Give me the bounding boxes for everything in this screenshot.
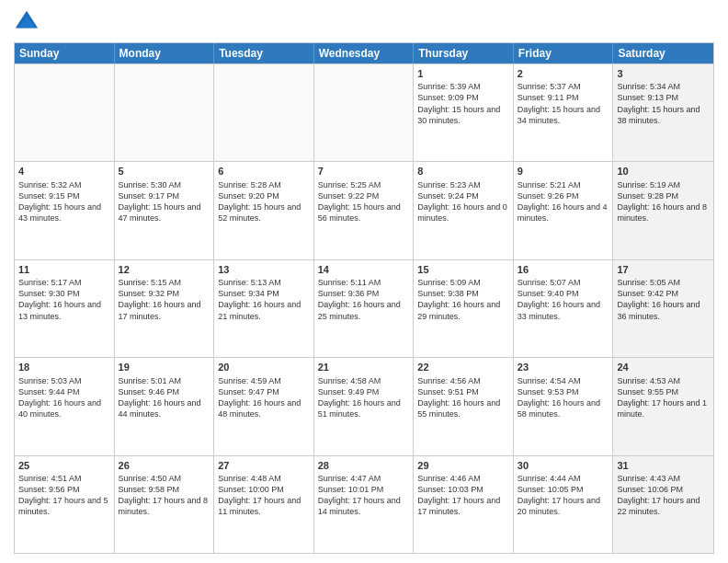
day-number: 2: [518, 67, 609, 80]
calendar-cell-day-19: 19Sunrise: 5:01 AM Sunset: 9:46 PM Dayli…: [115, 358, 215, 454]
day-number: 17: [617, 263, 710, 276]
day-number: 26: [119, 459, 210, 472]
cell-info-text: Sunrise: 5:05 AM Sunset: 9:42 PM Dayligh…: [617, 277, 710, 322]
cell-info-text: Sunrise: 5:09 AM Sunset: 9:38 PM Dayligh…: [417, 277, 509, 322]
calendar-cell-day-10: 10Sunrise: 5:19 AM Sunset: 9:28 PM Dayli…: [613, 162, 713, 259]
calendar-cell-day-9: 9Sunrise: 5:21 AM Sunset: 9:26 PM Daylig…: [514, 162, 614, 259]
day-number: 4: [18, 165, 110, 178]
day-header-sunday: Sunday: [15, 43, 115, 63]
day-number: 9: [518, 165, 609, 178]
day-number: 29: [417, 459, 509, 472]
cell-info-text: Sunrise: 5:03 AM Sunset: 9:44 PM Dayligh…: [18, 375, 110, 420]
cell-info-text: Sunrise: 4:54 AM Sunset: 9:53 PM Dayligh…: [518, 375, 609, 420]
day-number: 25: [18, 459, 110, 472]
calendar-cell-day-20: 20Sunrise: 4:59 AM Sunset: 9:47 PM Dayli…: [214, 358, 314, 454]
calendar-cell-day-11: 11Sunrise: 5:17 AM Sunset: 9:30 PM Dayli…: [15, 260, 115, 357]
cell-info-text: Sunrise: 4:58 AM Sunset: 9:49 PM Dayligh…: [318, 375, 410, 420]
cell-info-text: Sunrise: 4:47 AM Sunset: 10:01 PM Daylig…: [318, 473, 410, 518]
cell-info-text: Sunrise: 5:17 AM Sunset: 9:30 PM Dayligh…: [18, 277, 110, 322]
day-number: 12: [119, 263, 210, 276]
day-number: 30: [518, 459, 609, 472]
cell-info-text: Sunrise: 4:59 AM Sunset: 9:47 PM Dayligh…: [218, 375, 310, 420]
day-number: 28: [318, 459, 410, 472]
cell-info-text: Sunrise: 5:21 AM Sunset: 9:26 PM Dayligh…: [518, 179, 609, 224]
cell-info-text: Sunrise: 5:13 AM Sunset: 9:34 PM Dayligh…: [218, 277, 310, 322]
calendar-cell-day-21: 21Sunrise: 4:58 AM Sunset: 9:49 PM Dayli…: [314, 358, 415, 454]
cell-info-text: Sunrise: 4:43 AM Sunset: 10:06 PM Daylig…: [617, 473, 710, 518]
calendar-row-5: 25Sunrise: 4:51 AM Sunset: 9:56 PM Dayli…: [15, 455, 713, 553]
day-number: 13: [218, 263, 310, 276]
calendar-cell-day-18: 18Sunrise: 5:03 AM Sunset: 9:44 PM Dayli…: [15, 358, 115, 454]
day-number: 3: [617, 67, 710, 80]
cell-info-text: Sunrise: 5:11 AM Sunset: 9:36 PM Dayligh…: [318, 277, 410, 322]
day-header-saturday: Saturday: [613, 43, 713, 63]
calendar-cell-day-28: 28Sunrise: 4:47 AM Sunset: 10:01 PM Dayl…: [314, 456, 415, 553]
cell-info-text: Sunrise: 5:07 AM Sunset: 9:40 PM Dayligh…: [518, 277, 609, 322]
cell-info-text: Sunrise: 5:34 AM Sunset: 9:13 PM Dayligh…: [617, 81, 710, 126]
day-number: 27: [218, 459, 310, 472]
day-header-friday: Friday: [514, 43, 614, 63]
cell-info-text: Sunrise: 4:48 AM Sunset: 10:00 PM Daylig…: [218, 473, 310, 518]
calendar-row-2: 4Sunrise: 5:32 AM Sunset: 9:15 PM Daylig…: [15, 161, 713, 259]
calendar-cell-day-1: 1Sunrise: 5:39 AM Sunset: 9:09 PM Daylig…: [414, 64, 514, 161]
calendar-cell-day-27: 27Sunrise: 4:48 AM Sunset: 10:00 PM Dayl…: [214, 456, 314, 553]
calendar-cell-day-8: 8Sunrise: 5:23 AM Sunset: 9:24 PM Daylig…: [414, 162, 514, 259]
day-number: 5: [119, 165, 210, 178]
calendar-cell-day-3: 3Sunrise: 5:34 AM Sunset: 9:13 PM Daylig…: [613, 64, 713, 161]
day-number: 7: [318, 165, 410, 178]
calendar-cell-day-30: 30Sunrise: 4:44 AM Sunset: 10:05 PM Dayl…: [514, 456, 614, 553]
calendar-cell-day-25: 25Sunrise: 4:51 AM Sunset: 9:56 PM Dayli…: [15, 456, 115, 553]
calendar-cell-day-6: 6Sunrise: 5:28 AM Sunset: 9:20 PM Daylig…: [214, 162, 314, 259]
calendar-header: SundayMondayTuesdayWednesdayThursdayFrid…: [15, 43, 713, 63]
day-number: 31: [617, 459, 710, 472]
day-number: 15: [417, 263, 509, 276]
day-number: 21: [318, 361, 410, 373]
calendar-row-1: 1Sunrise: 5:39 AM Sunset: 9:09 PM Daylig…: [15, 63, 713, 161]
day-header-tuesday: Tuesday: [214, 43, 314, 63]
logo-icon: [14, 9, 40, 35]
calendar-cell-empty: [15, 64, 115, 161]
cell-info-text: Sunrise: 5:19 AM Sunset: 9:28 PM Dayligh…: [617, 179, 710, 224]
calendar-cell-day-24: 24Sunrise: 4:53 AM Sunset: 9:55 PM Dayli…: [613, 358, 713, 454]
calendar-cell-day-4: 4Sunrise: 5:32 AM Sunset: 9:15 PM Daylig…: [15, 162, 115, 259]
calendar-cell-day-26: 26Sunrise: 4:50 AM Sunset: 9:58 PM Dayli…: [115, 456, 215, 553]
calendar-cell-day-12: 12Sunrise: 5:15 AM Sunset: 9:32 PM Dayli…: [115, 260, 215, 357]
calendar-cell-day-23: 23Sunrise: 4:54 AM Sunset: 9:53 PM Dayli…: [514, 358, 614, 454]
day-number: 11: [18, 263, 110, 276]
day-number: 18: [18, 361, 110, 373]
cell-info-text: Sunrise: 4:50 AM Sunset: 9:58 PM Dayligh…: [119, 473, 210, 518]
day-number: 14: [318, 263, 410, 276]
day-number: 22: [417, 361, 509, 373]
calendar-cell-day-5: 5Sunrise: 5:30 AM Sunset: 9:17 PM Daylig…: [115, 162, 215, 259]
calendar-cell-day-7: 7Sunrise: 5:25 AM Sunset: 9:22 PM Daylig…: [314, 162, 415, 259]
cell-info-text: Sunrise: 5:01 AM Sunset: 9:46 PM Dayligh…: [119, 375, 210, 420]
day-number: 6: [218, 165, 310, 178]
header: [14, 9, 714, 35]
calendar-cell-day-13: 13Sunrise: 5:13 AM Sunset: 9:34 PM Dayli…: [214, 260, 314, 357]
cell-info-text: Sunrise: 5:39 AM Sunset: 9:09 PM Dayligh…: [417, 81, 509, 126]
day-number: 1: [417, 67, 509, 80]
cell-info-text: Sunrise: 4:44 AM Sunset: 10:05 PM Daylig…: [518, 473, 609, 518]
cell-info-text: Sunrise: 5:28 AM Sunset: 9:20 PM Dayligh…: [218, 179, 310, 224]
calendar-cell-day-14: 14Sunrise: 5:11 AM Sunset: 9:36 PM Dayli…: [314, 260, 415, 357]
cell-info-text: Sunrise: 4:56 AM Sunset: 9:51 PM Dayligh…: [417, 375, 509, 420]
day-number: 19: [119, 361, 210, 373]
cell-info-text: Sunrise: 4:46 AM Sunset: 10:03 PM Daylig…: [417, 473, 509, 518]
calendar-row-3: 11Sunrise: 5:17 AM Sunset: 9:30 PM Dayli…: [15, 259, 713, 357]
cell-info-text: Sunrise: 5:37 AM Sunset: 9:11 PM Dayligh…: [518, 81, 609, 126]
cell-info-text: Sunrise: 5:32 AM Sunset: 9:15 PM Dayligh…: [18, 179, 110, 224]
calendar-cell-day-22: 22Sunrise: 4:56 AM Sunset: 9:51 PM Dayli…: [414, 358, 514, 454]
calendar-body: 1Sunrise: 5:39 AM Sunset: 9:09 PM Daylig…: [15, 63, 713, 553]
calendar-cell-day-16: 16Sunrise: 5:07 AM Sunset: 9:40 PM Dayli…: [514, 260, 614, 357]
day-number: 23: [518, 361, 609, 373]
calendar-cell-day-2: 2Sunrise: 5:37 AM Sunset: 9:11 PM Daylig…: [514, 64, 614, 161]
calendar-cell-day-31: 31Sunrise: 4:43 AM Sunset: 10:06 PM Dayl…: [613, 456, 713, 553]
cell-info-text: Sunrise: 5:15 AM Sunset: 9:32 PM Dayligh…: [119, 277, 210, 322]
logo: [14, 9, 43, 35]
cell-info-text: Sunrise: 4:53 AM Sunset: 9:55 PM Dayligh…: [617, 375, 710, 420]
day-header-wednesday: Wednesday: [314, 43, 415, 63]
cell-info-text: Sunrise: 5:23 AM Sunset: 9:24 PM Dayligh…: [417, 179, 509, 224]
calendar-cell-day-17: 17Sunrise: 5:05 AM Sunset: 9:42 PM Dayli…: [613, 260, 713, 357]
calendar-cell-day-15: 15Sunrise: 5:09 AM Sunset: 9:38 PM Dayli…: [414, 260, 514, 357]
day-number: 8: [417, 165, 509, 178]
